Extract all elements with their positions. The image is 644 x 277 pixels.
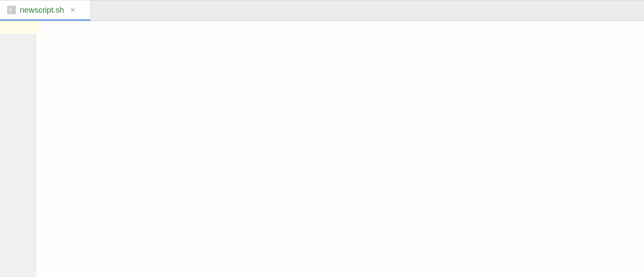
editor-gutter	[0, 21, 37, 277]
editor-area[interactable]	[37, 21, 644, 277]
tab-newscript-sh[interactable]: newscript.sh	[0, 0, 91, 21]
current-line-gutter-highlight	[0, 21, 39, 34]
content-area	[0, 21, 644, 277]
app-container: newscript.sh	[0, 0, 644, 277]
tab-label: newscript.sh	[20, 6, 64, 15]
terminal-icon	[7, 6, 16, 14]
close-icon[interactable]	[69, 7, 76, 13]
tab-bar: newscript.sh	[0, 0, 644, 21]
